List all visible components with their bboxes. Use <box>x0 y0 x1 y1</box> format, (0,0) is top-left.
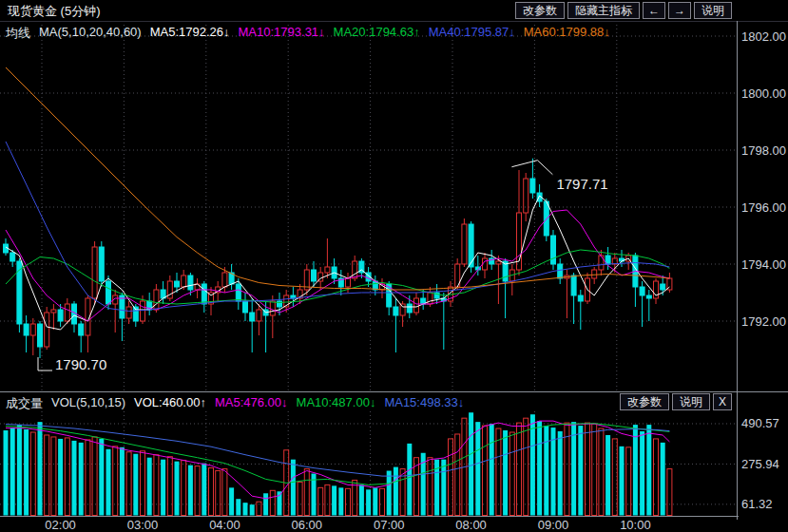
scroll-right-button[interactable]: → <box>668 2 691 19</box>
chart-canvas: 1802.001800.001798.001796.001794.001792.… <box>0 0 788 532</box>
volume-tick-label: 490.57 <box>741 416 779 430</box>
change-params-button[interactable]: 改参数 <box>515 2 565 19</box>
volume-legend-title: 成交量 <box>6 395 43 412</box>
time-tick-label: 04:00 <box>209 518 240 532</box>
volume-legend-formula: VOL(5,10,15) <box>51 395 125 412</box>
time-tick-label: 02:00 <box>45 518 76 532</box>
volume-close-button[interactable]: X <box>713 393 732 410</box>
volume-tick-label: 275.94 <box>741 457 779 471</box>
ma-legend: 均线 MA(5,10,20,40,60) MA5:1792.26↓ MA10:1… <box>6 25 610 42</box>
price-tick-label: 1800.00 <box>741 86 786 101</box>
vol-ma5-value: MA5:476.00↓ <box>215 395 288 412</box>
volume-legend: 成交量 VOL(5,10,15) VOL:460.00↑ MA5:476.00↓… <box>6 395 464 412</box>
time-tick-label: 03:00 <box>127 518 159 532</box>
hide-main-indicator-button[interactable]: 隐藏主指标 <box>567 2 640 19</box>
ma-legend-title: 均线 <box>6 25 30 42</box>
time-tick-label: 06:00 <box>292 518 323 532</box>
volume-help-button[interactable]: 说明 <box>672 393 710 410</box>
volume-change-params-button[interactable]: 改参数 <box>620 393 669 410</box>
ma60-value: MA60:1799.88↓ <box>524 25 610 42</box>
vol-ma10-value: MA10:487.00↓ <box>297 395 376 412</box>
symbol-title: 现货黄金 (5分钟) <box>8 3 101 20</box>
vol-ma15-value: MA15:498.33↓ <box>384 395 464 412</box>
chart-surface[interactable] <box>0 21 737 516</box>
help-button[interactable]: 说明 <box>694 2 732 19</box>
time-tick-label: 10:00 <box>620 518 651 532</box>
price-tick-label: 1794.00 <box>741 257 786 272</box>
ma10-value: MA10:1793.31↓ <box>239 25 325 42</box>
chart-app: 1802.001800.001798.001796.001794.001792.… <box>0 0 788 532</box>
ma-legend-formula: MA(5,10,20,40,60) <box>39 25 142 42</box>
time-tick-label: 07:00 <box>374 518 405 532</box>
ma40-value: MA40:1795.87↓ <box>429 25 515 42</box>
vol-value: VOL:460.00↑ <box>134 395 206 412</box>
title-toolbar: 改参数 隐藏主指标 ← → 说明 <box>515 2 732 19</box>
price-tick-label: 1802.00 <box>741 29 786 44</box>
scroll-left-button[interactable]: ← <box>643 2 665 19</box>
volume-tick-label: 61.32 <box>741 497 773 511</box>
price-tick-label: 1792.00 <box>741 314 786 329</box>
time-tick-label: 08:00 <box>455 518 487 532</box>
price-tick-label: 1798.00 <box>741 143 786 158</box>
volume-toolbar: 改参数 说明 X <box>620 393 732 410</box>
ma20-value: MA20:1794.63↑ <box>334 25 420 42</box>
time-tick-label: 09:00 <box>538 518 569 532</box>
price-tick-label: 1796.00 <box>741 200 786 215</box>
ma5-value: MA5:1792.26↓ <box>150 25 230 42</box>
